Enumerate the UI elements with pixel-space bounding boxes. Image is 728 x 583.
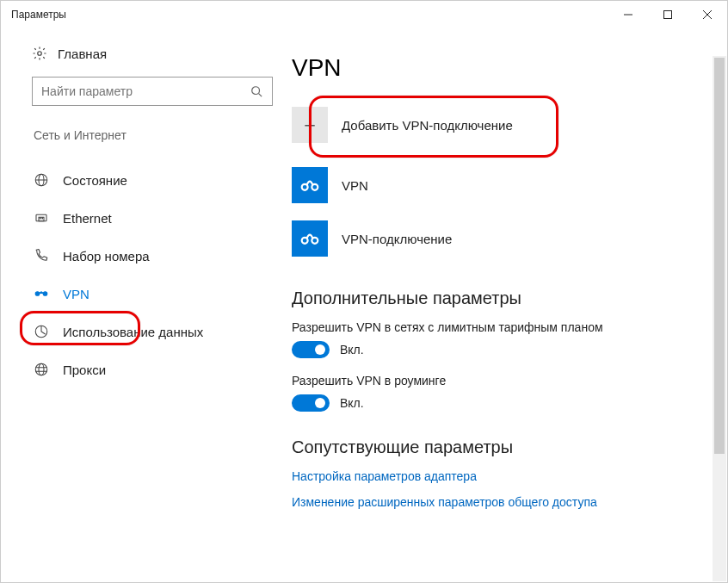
- svg-point-15: [35, 292, 40, 296]
- minimize-icon: [624, 10, 632, 19]
- nav-list: Состояние Ethernet Набор номера VPN: [32, 161, 269, 388]
- plus-icon: ＋: [300, 112, 319, 138]
- maximize-icon: [663, 10, 672, 19]
- maximize-button[interactable]: [648, 1, 688, 28]
- svg-point-5: [252, 87, 260, 95]
- minimize-button[interactable]: [608, 1, 648, 28]
- sidebar-item-datausage[interactable]: Использование данных: [32, 313, 269, 350]
- toggle-row-roaming: Вкл.: [292, 394, 701, 412]
- toggle-state-metered: Вкл.: [340, 343, 364, 357]
- main-panel: VPN ＋ Добавить VPN-подключение VPN VPN-п…: [285, 28, 727, 582]
- svg-line-6: [259, 94, 262, 97]
- sidebar-item-label: Ethernet: [63, 211, 112, 226]
- toggle-metered[interactable]: [292, 341, 330, 358]
- home-label: Главная: [58, 47, 107, 61]
- proxy-icon: [34, 362, 49, 377]
- window-controls: [608, 1, 727, 28]
- sidebar-item-proxy[interactable]: Прокси: [32, 350, 269, 388]
- add-tile: ＋: [292, 107, 328, 143]
- vpn-connection-item[interactable]: VPN: [292, 161, 701, 209]
- data-usage-icon: [34, 324, 49, 339]
- gear-icon: [32, 46, 47, 61]
- svg-point-19: [39, 363, 44, 375]
- titlebar: Параметры: [1, 1, 727, 28]
- vpn-tile-icon: [298, 173, 322, 197]
- toggle-row-metered: Вкл.: [292, 341, 701, 358]
- sidebar-item-label: VPN: [63, 287, 89, 301]
- link-adapter-settings[interactable]: Настройка параметров адаптера: [292, 469, 701, 483]
- vpn-connection-item[interactable]: VPN-подключение: [292, 214, 701, 263]
- ethernet-icon: [34, 210, 49, 226]
- sidebar-item-label: Набор номера: [63, 249, 150, 264]
- home-button[interactable]: Главная: [32, 46, 269, 61]
- vpn-connection-label: VPN-подключение: [342, 232, 452, 246]
- vpn-tile: [292, 167, 328, 203]
- vpn-icon: [34, 286, 49, 301]
- scrollbar[interactable]: [713, 56, 726, 581]
- toggle-knob: [315, 398, 325, 408]
- sidebar-item-vpn[interactable]: VPN: [32, 275, 269, 313]
- search-input[interactable]: [33, 84, 241, 98]
- vpn-tile-icon: [298, 226, 322, 251]
- add-vpn-button[interactable]: ＋ Добавить VPN-подключение: [292, 101, 701, 149]
- search-box[interactable]: [32, 77, 273, 106]
- vpn-tile: [292, 220, 328, 257]
- advanced-heading: Дополнительные параметры: [292, 288, 701, 308]
- sidebar: Главная Сеть и Интернет Состояние Ethern…: [1, 28, 285, 582]
- setting-label-roaming: Разрешить VPN в роуминге: [292, 374, 701, 388]
- category-label: Сеть и Интернет: [34, 128, 269, 142]
- svg-point-4: [38, 52, 42, 56]
- svg-rect-1: [664, 11, 672, 19]
- svg-point-18: [35, 363, 47, 375]
- window-title: Параметры: [11, 9, 608, 21]
- phone-icon: [34, 248, 49, 264]
- page-title: VPN: [292, 54, 701, 82]
- search-icon: [241, 85, 272, 97]
- close-button[interactable]: [688, 1, 727, 28]
- toggle-knob: [315, 344, 325, 355]
- toggle-roaming[interactable]: [292, 394, 330, 412]
- globe-icon: [34, 172, 49, 188]
- sidebar-item-ethernet[interactable]: Ethernet: [32, 199, 269, 237]
- sidebar-item-dialup[interactable]: Набор номера: [32, 237, 269, 275]
- link-sharing-settings[interactable]: Изменение расширенных параметров общего …: [292, 495, 701, 509]
- vpn-connection-label: VPN: [342, 178, 368, 193]
- svg-point-16: [43, 292, 47, 296]
- related-heading: Сопутствующие параметры: [292, 437, 701, 457]
- scrollbar-thumb[interactable]: [714, 58, 725, 454]
- add-vpn-label: Добавить VPN-подключение: [342, 118, 513, 133]
- toggle-state-roaming: Вкл.: [340, 396, 364, 410]
- close-icon: [703, 10, 712, 19]
- setting-label-metered: Разрешить VPN в сетях с лимитным тарифны…: [292, 320, 701, 334]
- sidebar-item-label: Прокси: [63, 363, 106, 377]
- sidebar-item-label: Состояние: [63, 173, 127, 188]
- sidebar-item-label: Использование данных: [63, 325, 203, 339]
- sidebar-item-status[interactable]: Состояние: [32, 161, 269, 199]
